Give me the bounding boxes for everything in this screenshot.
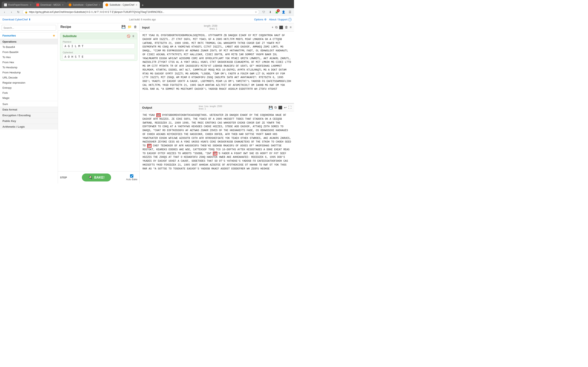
sidebar-category-public-key[interactable]: Public Key [0, 118, 58, 124]
output-text[interactable]: THE YSAU OS OYOFSBDOREKFEKBHTOCASSOQETHO… [140, 111, 294, 184]
tab-mega[interactable]: Download - MEGA ✕ [34, 2, 66, 8]
sidebar-section-favourites[interactable]: Favourites ★ [0, 33, 58, 39]
menu-icon[interactable]: ☰ [287, 9, 292, 15]
options-link[interactable]: Options ⚙ [254, 18, 267, 21]
disable-step-icon[interactable]: 🚫 [127, 34, 130, 38]
input-pane-button[interactable]: ⧉ [275, 25, 277, 29]
output-save-button[interactable]: 💾 [269, 106, 273, 109]
output-undo-button[interactable]: ↩ [284, 106, 287, 109]
output-copy-button[interactable]: ⧉ [274, 106, 277, 109]
gear-icon: ⚙ [264, 18, 267, 21]
plaintext-field: Plaintext A G I L M T [60, 39, 137, 50]
tab-close-1[interactable]: ✕ [30, 4, 31, 6]
about-label: About / Support [269, 18, 287, 21]
output-highlight-ot3: OT [213, 152, 217, 155]
tab-favicon-2 [36, 3, 39, 6]
recipe-step-substitute: Substitute 🚫 ⏸ Plaintext A G I L M T Cip… [60, 33, 138, 61]
input-view-button[interactable]: ≡ [290, 25, 292, 29]
tab-rockpaper[interactable]: RockPaperXissors ✕ [2, 2, 34, 8]
output-meta: time: 1ms length: 2599 lines: 1 [199, 105, 222, 110]
tab-close-2[interactable]: ✕ [62, 4, 64, 6]
recipe-title: Recipe [61, 25, 71, 29]
sidebar-item-to-base64[interactable]: To Base64 [0, 44, 58, 50]
input-text[interactable]: MIT YSAU OL OYGFSBDGRTKFEKBHMGCALSOQTMIO… [140, 32, 294, 103]
recipe-panel: Recipe 💾 📁 🗑 Substitute 🚫 ⏸ Plaintext [58, 23, 140, 184]
sidebar-item-to-hexdump[interactable]: To Hexdump [0, 65, 58, 70]
input-lines-info: lines: 1 [204, 27, 217, 30]
search-input[interactable] [2, 25, 56, 31]
sidebar-category-encryption[interactable]: Encryption / Encoding [0, 112, 58, 118]
tab-close-4[interactable]: ✕ [136, 4, 138, 6]
extensions-icon[interactable]: 9 🧩 [274, 9, 279, 15]
tab-favicon-1 [4, 3, 7, 6]
sidebar-item-regex[interactable]: Regular expression [0, 80, 58, 85]
auto-bake-wrapper: Auto Bake [126, 174, 138, 181]
tab-close-3[interactable]: ✕ [99, 4, 100, 6]
auto-bake-label: Auto Bake [126, 178, 138, 181]
tab-cyberchef1[interactable]: Substitute - CyberChef ✕ [66, 2, 103, 8]
sidebar-category-arithmetic[interactable]: Arithmetic / Logic [0, 124, 58, 129]
input-split-button[interactable]: ⬛ [279, 25, 283, 29]
output-lines: lines: 1 [199, 108, 222, 110]
refresh-button[interactable]: ↻ [16, 9, 21, 15]
new-tab-button[interactable]: + [140, 2, 146, 8]
sidebar-item-magic[interactable]: Magic [0, 95, 58, 100]
profile-icon[interactable]: 👤 [281, 9, 286, 15]
load-recipe-button[interactable]: 📁 [128, 25, 132, 29]
download-icon[interactable]: ⬇ [268, 9, 273, 15]
lock-icon: 🔒 [25, 11, 28, 13]
sidebar-item-to-hex[interactable]: To Hex [0, 55, 58, 60]
right-panel: Input length: 2599 lines: 1 + ⧉ ⬛ 🗑 ≡ MI… [140, 23, 294, 184]
sidebar-item-fork[interactable]: Fork [0, 90, 58, 95]
input-title: Input [142, 26, 150, 29]
star-icon: ★ [52, 34, 55, 38]
sidebar-item-sum[interactable]: Sum [0, 101, 58, 107]
tab-label-1: RockPaperXissors [8, 3, 28, 6]
step-label: STEP [60, 176, 67, 179]
download-icon: ⬇ [29, 18, 31, 21]
output-header: Output time: 1ms length: 2599 lines: 1 💾… [140, 104, 294, 111]
sidebar-item-from-base64[interactable]: From Base64 [0, 50, 58, 55]
clear-recipe-button[interactable]: 🗑 [134, 25, 137, 29]
main-layout: Favourites ★ Operations To Base64 From B… [0, 23, 294, 184]
about-link[interactable]: About / Support ? [269, 18, 292, 21]
output-highlight-os: OS [156, 113, 161, 117]
bake-button[interactable]: 🍳 BAKE! [82, 174, 111, 182]
shield-icon[interactable]: 🛡 [261, 9, 266, 15]
sidebar-section-operations[interactable]: Operations [0, 39, 58, 44]
input-trash-button[interactable]: 🗑 [285, 25, 288, 29]
sidebar-item-url-decode[interactable]: URL Decode [0, 75, 58, 80]
sidebar-category-data-format[interactable]: Data format [0, 107, 58, 112]
download-cyberchef-link[interactable]: Download CyberChef ⬇ [2, 18, 31, 21]
input-plus-button[interactable]: + [272, 25, 273, 29]
sidebar-separator-1 [0, 101, 58, 101]
ciphertext-value[interactable]: A O H S T E [63, 54, 135, 59]
forward-button[interactable]: › [9, 9, 14, 15]
save-recipe-button[interactable]: 💾 [121, 25, 126, 29]
tab-favicon-4 [105, 3, 108, 6]
sidebar-item-entropy[interactable]: Entropy [0, 85, 58, 90]
output-actions: 💾 ⧉ ⬛ ↩ ⛶ [269, 106, 292, 109]
sidebar: Favourites ★ Operations To Base64 From B… [0, 23, 58, 184]
input-meta: length: 2599 lines: 1 [204, 25, 217, 30]
recipe-step-header: Substitute 🚫 ⏸ [60, 33, 137, 39]
input-panel: Input length: 2599 lines: 1 + ⧉ ⬛ 🗑 ≡ MI… [140, 23, 294, 103]
input-header: Input length: 2599 lines: 1 + ⧉ ⬛ 🗑 ≡ [140, 23, 294, 32]
bake-label: BAKE! [94, 176, 104, 179]
tab-cyberchef2[interactable]: Substitute - CyberChef ✕ [103, 2, 140, 8]
auto-bake-checkbox[interactable] [130, 174, 133, 178]
plaintext-value[interactable]: A G I L M T [63, 43, 135, 49]
ciphertext-label: Ciphertext [63, 51, 135, 54]
output-split-button[interactable]: ⬛ [278, 106, 282, 109]
bookmark-icon[interactable]: ☆ [255, 11, 257, 13]
output-expand-button[interactable]: ⛶ [288, 106, 292, 109]
back-button[interactable]: ‹ [2, 9, 7, 15]
sidebar-item-from-hexdump[interactable]: From Hexdump [0, 70, 58, 75]
tab-favicon-3 [69, 3, 71, 6]
address-bar[interactable]: 🔒 https://gchq.github.io/CyberChef/#reci… [22, 9, 259, 15]
step-controls: 🚫 ⏸ [127, 34, 135, 38]
pause-step-icon[interactable]: ⏸ [132, 34, 135, 38]
sidebar-item-from-hex[interactable]: From Hex [0, 60, 58, 65]
download-label: Download CyberChef [2, 18, 28, 21]
tab-label-4: Substitute - CyberChef [109, 3, 134, 6]
